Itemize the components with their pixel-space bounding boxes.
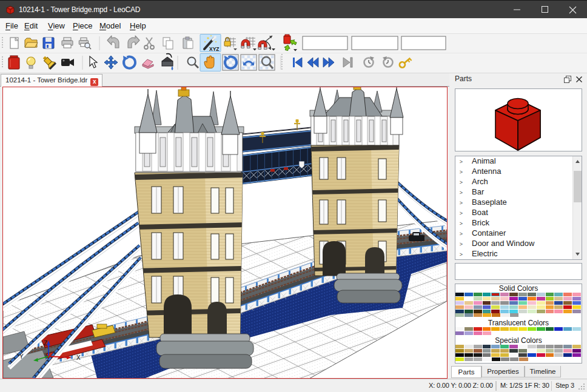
svg-text:Z: Z [44,340,47,347]
svg-text:X: X [76,354,81,361]
svg-text:Y: Y [19,353,24,360]
svg-text:XYZ: XYZ [209,46,220,52]
